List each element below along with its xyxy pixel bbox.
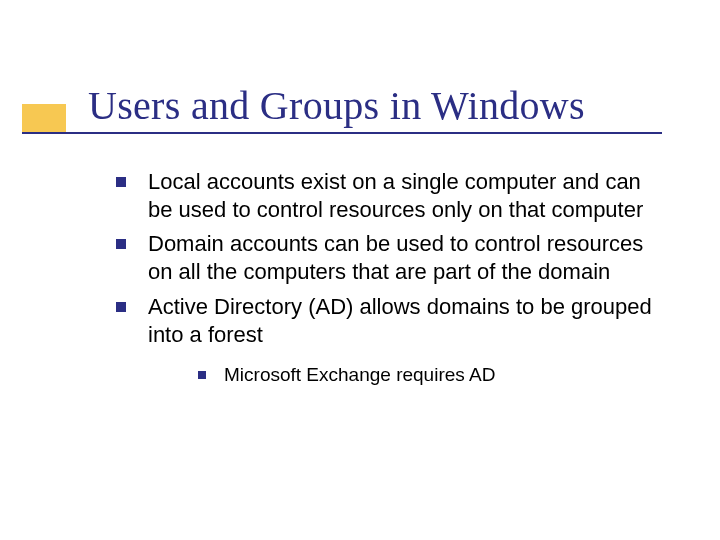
title-accent-bar [22,104,66,134]
square-bullet-icon [116,302,126,312]
slide: Users and Groups in Windows Local accoun… [0,0,720,540]
list-item: Local accounts exist on a single compute… [108,168,668,224]
title-underline [22,132,662,134]
list-item-text: Active Directory (AD) allows domains to … [148,294,652,347]
list-item: Active Directory (AD) allows domains to … [108,293,668,388]
list-item-text: Domain accounts can be used to control r… [148,231,643,284]
list-item-text: Microsoft Exchange requires AD [224,364,495,385]
list-item: Domain accounts can be used to control r… [108,230,668,286]
sub-list: Microsoft Exchange requires AD [188,363,668,388]
slide-body: Local accounts exist on a single compute… [108,168,668,394]
slide-title: Users and Groups in Windows [88,82,585,129]
square-bullet-icon [116,239,126,249]
list-item: Microsoft Exchange requires AD [188,363,668,388]
list-item-text: Local accounts exist on a single compute… [148,169,643,222]
square-bullet-icon [198,371,206,379]
square-bullet-icon [116,177,126,187]
